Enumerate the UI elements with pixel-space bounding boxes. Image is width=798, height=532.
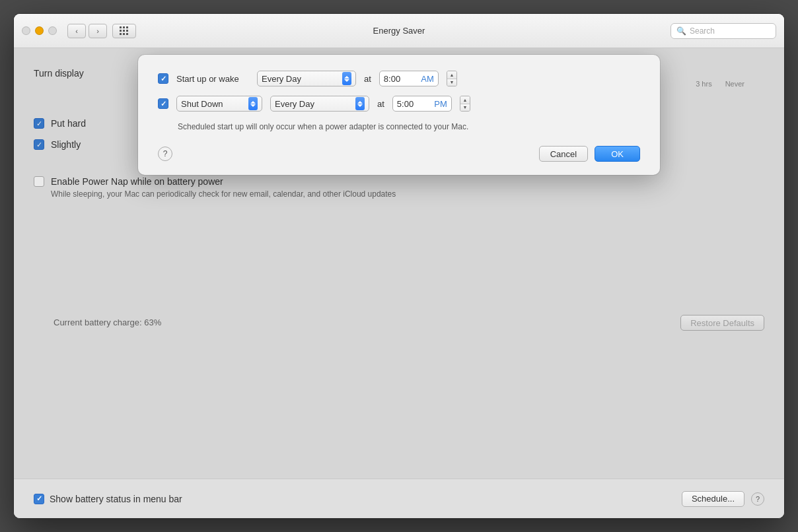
shutdown-checkbox[interactable] <box>158 98 168 109</box>
close-button[interactable] <box>22 26 30 35</box>
shutdown-row: Shut Down Every Day at <box>158 96 640 112</box>
maximize-button[interactable] <box>48 26 57 35</box>
shutdown-ampm: PM <box>434 99 447 109</box>
window-title: Energy Saver <box>373 26 425 36</box>
titlebar: ‹ › Energy Saver 🔍 Search <box>14 14 784 48</box>
main-content: Turn display 3 hrs Never Put hard Slight… <box>14 48 784 479</box>
startup-time-stepper[interactable]: ▲ ▼ <box>447 71 457 86</box>
schedule-note: Scheduled start up will only occur when … <box>178 121 534 133</box>
ok-button[interactable]: OK <box>595 146 640 162</box>
shutdown-frequency-arrows <box>355 97 365 110</box>
bottom-help-button[interactable]: ? <box>751 492 764 506</box>
bottom-bar: Show battery status in menu bar Schedule… <box>14 479 784 518</box>
cancel-button[interactable]: Cancel <box>539 146 588 162</box>
startup-row: Start up or wake Every Day at 8:00 AM <box>158 71 640 86</box>
startup-checkbox[interactable] <box>158 73 168 84</box>
show-battery-label: Show battery status in menu bar <box>50 494 182 504</box>
shutdown-frequency-value: Every Day <box>275 99 350 109</box>
startup-frequency-dropdown[interactable]: Every Day <box>257 71 356 86</box>
startup-stepper-up[interactable]: ▲ <box>447 71 456 79</box>
arrow-up-icon <box>357 101 363 104</box>
startup-label: Start up or wake <box>176 74 249 84</box>
shutdown-stepper-up[interactable]: ▲ <box>460 96 470 104</box>
grid-icon <box>120 26 129 36</box>
shutdown-time-value: 5:00 <box>397 99 432 109</box>
shutdown-action-value: Shut Down <box>181 99 243 109</box>
grid-view-button[interactable] <box>112 24 136 38</box>
traffic-lights <box>22 26 57 35</box>
search-icon: 🔍 <box>676 26 686 36</box>
startup-frequency-value: Every Day <box>262 74 337 84</box>
startup-ampm: AM <box>421 74 434 84</box>
shutdown-action-dropdown[interactable]: Shut Down <box>176 96 262 112</box>
shutdown-time-stepper[interactable]: ▲ ▼ <box>460 96 470 112</box>
startup-time-value: 8:00 <box>384 74 419 84</box>
arrow-up-icon <box>344 76 349 79</box>
schedule-button[interactable]: Schedule... <box>682 491 744 507</box>
shutdown-stepper-down[interactable]: ▼ <box>460 104 470 112</box>
shutdown-action-arrows <box>248 97 258 110</box>
shutdown-frequency-dropdown[interactable]: Every Day <box>270 96 369 112</box>
shutdown-at-label: at <box>377 99 384 109</box>
modal-overlay: Start up or wake Every Day at 8:00 AM <box>14 48 784 479</box>
arrow-down-icon <box>344 79 349 82</box>
back-button[interactable]: ‹ <box>67 24 86 38</box>
arrow-down-icon <box>357 104 363 107</box>
nav-buttons: ‹ › <box>67 24 136 38</box>
arrow-down-icon <box>250 104 256 107</box>
shutdown-time-input[interactable]: 5:00 PM <box>392 96 452 112</box>
search-box[interactable]: 🔍 Search <box>671 23 776 39</box>
search-placeholder: Search <box>690 26 715 36</box>
main-window: ‹ › Energy Saver 🔍 Search Turn display <box>13 13 785 519</box>
show-battery-checkbox[interactable] <box>34 494 44 504</box>
help-button[interactable]: ? <box>158 147 172 161</box>
schedule-modal: Start up or wake Every Day at 8:00 AM <box>138 55 660 175</box>
forward-button[interactable]: › <box>89 24 107 38</box>
bottom-right-controls: Schedule... ? <box>682 491 764 507</box>
minimize-button[interactable] <box>35 26 44 35</box>
dialog-buttons: ? Cancel OK <box>158 146 640 162</box>
startup-frequency-arrows <box>342 72 351 85</box>
startup-at-label: at <box>364 74 371 84</box>
arrow-up-icon <box>250 101 256 104</box>
startup-stepper-down[interactable]: ▼ <box>447 79 456 86</box>
startup-time-input[interactable]: 8:00 AM <box>379 71 439 86</box>
